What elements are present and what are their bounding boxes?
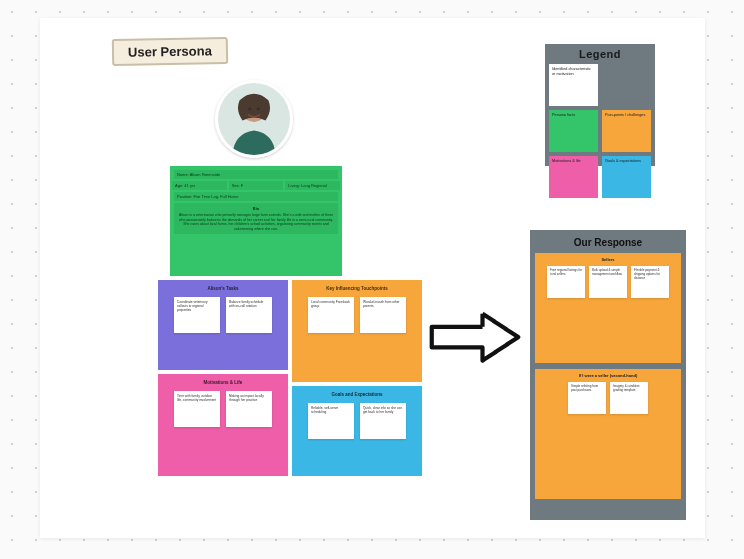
- response-panel[interactable]: Our Response Sellers Free regional listi…: [530, 230, 686, 520]
- persona-bio-card: Name: Alison Greenside Age: 41 yrs Sex: …: [170, 166, 342, 276]
- response-block-subtitle: Sellers: [539, 257, 677, 262]
- legend-item-empty: [602, 64, 651, 106]
- legend-panel[interactable]: Legend Identified characteristic or moti…: [545, 44, 655, 166]
- sticky-note[interactable]: Balance family schedule with on-call rot…: [226, 297, 272, 333]
- response-block-subtitle: If I were a seller (second-hand): [539, 373, 677, 378]
- persona-title-sticker: User Persona: [112, 37, 228, 66]
- sticky-note[interactable]: Free regional listings for rural sellers: [547, 266, 585, 298]
- bio-gender: Sex: F: [229, 181, 284, 190]
- svg-point-3: [257, 107, 260, 110]
- arrow-icon: [428, 308, 522, 366]
- quadrant-challenges-title: Alison's Tasks: [162, 286, 284, 291]
- sticky-note[interactable]: Making an impact locally through her pra…: [226, 391, 272, 427]
- bio-location: Living: Long Regional: [285, 181, 340, 190]
- legend-item: Identified characteristic or motivation: [549, 64, 598, 106]
- design-canvas[interactable]: User Persona Name: Alison Greenside Age:…: [40, 18, 705, 538]
- sticky-note[interactable]: Local community Facebook group: [308, 297, 354, 333]
- avatar-placeholder-icon: [218, 83, 290, 155]
- quadrant-goals[interactable]: Goals and Expectations Reliable, self-se…: [292, 386, 422, 476]
- sticky-note[interactable]: Bulk upload & simple management workflow: [589, 266, 627, 298]
- bio-description: Bio Alison is a veterinarian who primari…: [174, 203, 338, 234]
- sticky-note[interactable]: Simple relisting from past purchases: [568, 382, 606, 414]
- bio-position: Position: Fire Time Log, Full Home: [174, 192, 338, 201]
- bio-age: Age: 41 yrs: [172, 181, 227, 190]
- sticky-note[interactable]: Imagery & condition grading template: [610, 382, 648, 414]
- sticky-note[interactable]: Time with family, outdoor life, communit…: [174, 391, 220, 427]
- quadrant-influences-title: Key Influencing Touchpoints: [296, 286, 418, 291]
- legend-item: Persona facts: [549, 110, 598, 152]
- sticky-note[interactable]: Quick, clear info so she can get back to…: [360, 403, 406, 439]
- quadrant-influences[interactable]: Key Influencing Touchpoints Local commun…: [292, 280, 422, 382]
- response-block-secondhand[interactable]: If I were a seller (second-hand) Simple …: [535, 369, 681, 499]
- sticky-note[interactable]: Word-of-mouth from other parents: [360, 297, 406, 333]
- persona-avatar: [215, 80, 293, 158]
- bio-name: Name: Alison Greenside: [174, 170, 338, 179]
- legend-item: Pain-points / challenges: [602, 110, 651, 152]
- legend-item: Goals & expectations: [602, 156, 651, 198]
- quadrant-challenges[interactable]: Alison's Tasks Coordinate veterinary cal…: [158, 280, 288, 370]
- quadrant-goals-title: Goals and Expectations: [296, 392, 418, 397]
- legend-title: Legend: [549, 48, 651, 60]
- sticky-note[interactable]: Coordinate veterinary callouts to region…: [174, 297, 220, 333]
- sticky-note[interactable]: Flexible payment & shipping options for …: [631, 266, 669, 298]
- response-title: Our Response: [535, 237, 681, 248]
- quadrant-motivations-title: Motivations & Life: [162, 380, 284, 385]
- sticky-note[interactable]: Reliable, self-serve scheduling: [308, 403, 354, 439]
- quadrant-motivations[interactable]: Motivations & Life Time with family, out…: [158, 374, 288, 476]
- legend-item: Motivations & life: [549, 156, 598, 198]
- svg-point-2: [248, 107, 251, 110]
- response-block-sellers[interactable]: Sellers Free regional listings for rural…: [535, 253, 681, 363]
